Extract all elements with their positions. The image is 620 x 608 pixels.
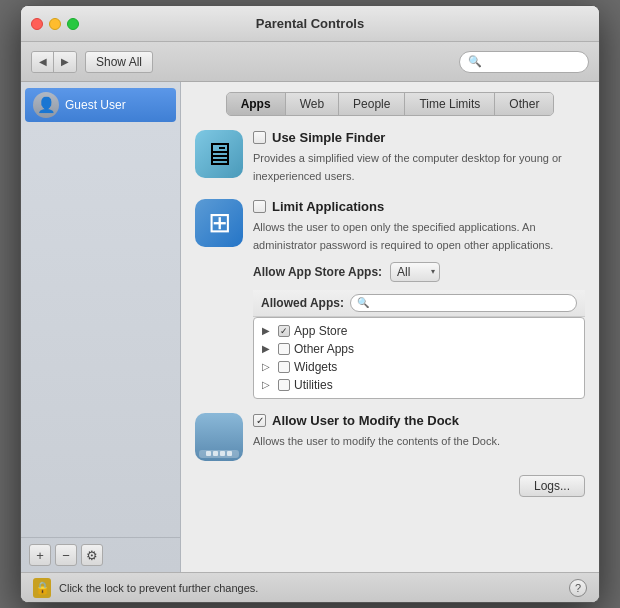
search-box[interactable]: 🔍 bbox=[459, 51, 589, 73]
tab-other[interactable]: Other bbox=[495, 93, 553, 115]
utilities-checkbox[interactable] bbox=[278, 379, 290, 391]
widgets-label: Widgets bbox=[294, 360, 337, 374]
sidebar-bottom: + − ⚙ bbox=[21, 537, 180, 572]
allowed-apps-header: Allowed Apps: 🔍 bbox=[253, 290, 585, 317]
app-store-checkbox[interactable]: ✓ bbox=[278, 325, 290, 337]
modify-dock-section: ✓ Allow User to Modify the Dock Allows t… bbox=[195, 413, 585, 461]
list-item: ▶ Other Apps bbox=[254, 340, 584, 358]
back-button[interactable]: ◀ bbox=[32, 52, 54, 72]
finder-icon: 🖥 bbox=[195, 130, 243, 178]
widgets-checkbox[interactable] bbox=[278, 361, 290, 373]
titlebar: Parental Controls bbox=[21, 6, 599, 42]
close-button[interactable] bbox=[31, 18, 43, 30]
app-store-label: App Store bbox=[294, 324, 347, 338]
other-apps-checkbox[interactable] bbox=[278, 343, 290, 355]
simple-finder-section: 🖥 Use Simple Finder Provides a simplifie… bbox=[195, 130, 585, 185]
window-title: Parental Controls bbox=[256, 16, 364, 31]
maximize-button[interactable] bbox=[67, 18, 79, 30]
limit-apps-row: Limit Applications bbox=[253, 199, 585, 214]
allowed-apps-list-container: ▶ ✓ App Store ▶ Other Apps bbox=[253, 317, 585, 399]
limit-apps-section: ⊞ Limit Applications Allows the user to … bbox=[195, 199, 585, 399]
sidebar-item-guest-user[interactable]: 👤 Guest User bbox=[25, 88, 176, 122]
forward-button[interactable]: ▶ bbox=[54, 52, 76, 72]
other-apps-label: Other Apps bbox=[294, 342, 354, 356]
limit-apps-desc: Allows the user to open only the specifi… bbox=[253, 221, 553, 251]
apps-icon: ⊞ bbox=[195, 199, 243, 247]
help-button[interactable]: ? bbox=[569, 579, 587, 597]
traffic-lights bbox=[31, 18, 79, 30]
simple-finder-checkbox[interactable] bbox=[253, 131, 266, 144]
tab-people[interactable]: People bbox=[339, 93, 405, 115]
modify-dock-desc: Allows the user to modify the contents o… bbox=[253, 435, 500, 447]
allow-app-store-label: Allow App Store Apps: bbox=[253, 265, 382, 279]
nav-arrows[interactable]: ◀ ▶ bbox=[31, 51, 77, 73]
sidebar-item-label: Guest User bbox=[65, 98, 126, 112]
modify-dock-title: Allow User to Modify the Dock bbox=[272, 413, 459, 428]
add-user-button[interactable]: + bbox=[29, 544, 51, 566]
allowed-apps-label: Allowed Apps: bbox=[261, 296, 344, 310]
dock-dot bbox=[220, 451, 225, 456]
simple-finder-body: Use Simple Finder Provides a simplified … bbox=[253, 130, 585, 185]
modify-dock-row: ✓ Allow User to Modify the Dock bbox=[253, 413, 585, 428]
dropdown-value: All bbox=[397, 265, 410, 279]
expand-icon[interactable]: ▷ bbox=[262, 361, 274, 372]
logs-button[interactable]: Logs... bbox=[519, 475, 585, 497]
dock-bar bbox=[199, 450, 239, 458]
list-item: ▶ ✓ App Store bbox=[254, 322, 584, 340]
list-item: ▷ Widgets bbox=[254, 358, 584, 376]
dock-dot bbox=[227, 451, 232, 456]
allow-app-store-row: Allow App Store Apps: All ▾ bbox=[253, 262, 585, 282]
limit-apps-body: Limit Applications Allows the user to op… bbox=[253, 199, 585, 399]
search-small-icon: 🔍 bbox=[357, 297, 369, 308]
simple-finder-title: Use Simple Finder bbox=[272, 130, 385, 145]
app-store-dropdown[interactable]: All ▾ bbox=[390, 262, 440, 282]
modify-dock-checkbox[interactable]: ✓ bbox=[253, 414, 266, 427]
minimize-button[interactable] bbox=[49, 18, 61, 30]
app-list: ▶ ✓ App Store ▶ Other Apps bbox=[254, 318, 584, 398]
lock-icon[interactable]: 🔒 bbox=[33, 578, 51, 598]
dock-icon bbox=[195, 413, 243, 461]
dock-dot bbox=[206, 451, 211, 456]
list-item: ▷ Utilities bbox=[254, 376, 584, 394]
show-all-button[interactable]: Show All bbox=[85, 51, 153, 73]
tabs: Apps Web People Time Limits Other bbox=[226, 92, 555, 116]
tab-apps[interactable]: Apps bbox=[227, 93, 286, 115]
remove-user-button[interactable]: − bbox=[55, 544, 77, 566]
search-icon: 🔍 bbox=[468, 55, 482, 68]
app-search-input[interactable]: 🔍 bbox=[350, 294, 577, 312]
simple-finder-desc: Provides a simplified view of the comput… bbox=[253, 152, 562, 182]
modify-dock-body: ✓ Allow User to Modify the Dock Allows t… bbox=[253, 413, 585, 449]
parental-controls-window: Parental Controls ◀ ▶ Show All 🔍 👤 Guest… bbox=[20, 5, 600, 603]
limit-apps-title: Limit Applications bbox=[272, 199, 384, 214]
user-avatar: 👤 bbox=[33, 92, 59, 118]
utilities-label: Utilities bbox=[294, 378, 333, 392]
expand-icon[interactable]: ▷ bbox=[262, 379, 274, 390]
tab-web[interactable]: Web bbox=[286, 93, 339, 115]
sidebar-list: 👤 Guest User bbox=[21, 82, 180, 537]
lock-status-text: Click the lock to prevent further change… bbox=[59, 582, 258, 594]
toolbar: ◀ ▶ Show All 🔍 bbox=[21, 42, 599, 82]
simple-finder-row: Use Simple Finder bbox=[253, 130, 585, 145]
settings-button[interactable]: ⚙ bbox=[81, 544, 103, 566]
main-content: 👤 Guest User + − ⚙ Apps Web People Time … bbox=[21, 82, 599, 572]
expand-icon[interactable]: ▶ bbox=[262, 343, 274, 354]
expand-icon[interactable]: ▶ bbox=[262, 325, 274, 336]
tab-time-limits[interactable]: Time Limits bbox=[405, 93, 495, 115]
limit-apps-checkbox[interactable] bbox=[253, 200, 266, 213]
dropdown-arrow-icon: ▾ bbox=[431, 267, 435, 276]
dock-dot bbox=[213, 451, 218, 456]
logs-row: Logs... bbox=[195, 475, 585, 497]
content-area: Apps Web People Time Limits Other 🖥 Use … bbox=[181, 82, 599, 572]
allowed-apps-container: Allowed Apps: 🔍 ▶ ✓ App Store bbox=[253, 290, 585, 399]
statusbar: 🔒 Click the lock to prevent further chan… bbox=[21, 572, 599, 602]
sidebar: 👤 Guest User + − ⚙ bbox=[21, 82, 181, 572]
